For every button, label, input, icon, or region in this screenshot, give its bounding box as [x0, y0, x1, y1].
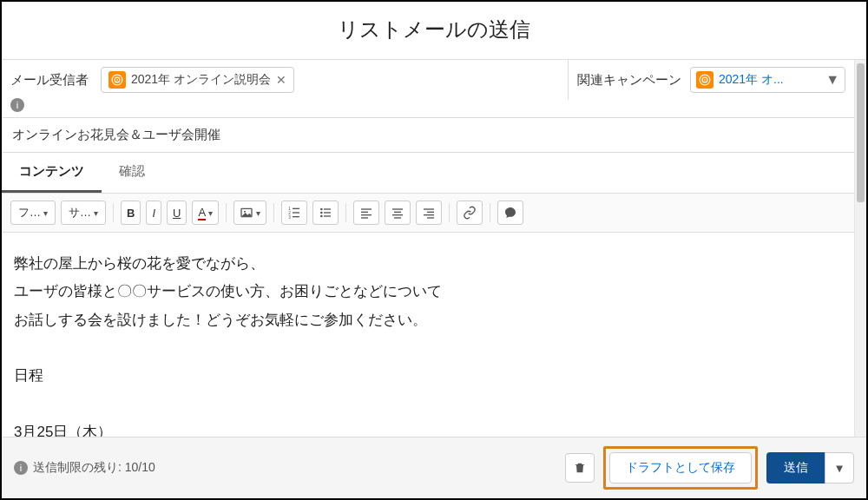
separator	[345, 203, 346, 222]
vertical-scrollbar[interactable]	[854, 60, 866, 437]
send-options-button[interactable]: ▼	[825, 452, 854, 484]
info-icon[interactable]: i	[10, 98, 24, 112]
editor-body[interactable]: 弊社の屋上から桜の花を愛でながら、 ユーザの皆様と〇〇サービスの使い方、お困りご…	[2, 233, 854, 437]
delete-button[interactable]	[565, 453, 595, 483]
body-line: 3月25日（木）	[14, 418, 842, 437]
svg-rect-11	[293, 212, 299, 213]
chevron-down-icon: ▼	[825, 72, 839, 88]
tabs: コンテンツ 確認	[2, 153, 854, 194]
campaign-label: 関連キャンペーン	[577, 72, 681, 89]
editor-toolbar: フ…▾ サ…▾ B I U A▾ ▾ 123	[2, 194, 854, 233]
svg-point-2	[116, 79, 118, 81]
svg-rect-19	[324, 215, 331, 216]
ordered-list-button[interactable]: 123	[281, 201, 307, 225]
info-icon[interactable]: i	[14, 461, 28, 475]
bold-button[interactable]: B	[121, 201, 141, 225]
remove-chip-icon[interactable]: ✕	[276, 73, 286, 87]
tab-content[interactable]: コンテンツ	[2, 153, 102, 193]
svg-rect-28	[424, 208, 434, 209]
separator	[113, 203, 114, 222]
svg-point-14	[320, 208, 323, 211]
svg-rect-23	[361, 217, 368, 218]
body-line	[14, 334, 842, 362]
svg-point-5	[704, 79, 706, 81]
svg-rect-29	[427, 212, 434, 213]
svg-point-16	[320, 212, 323, 214]
separator	[226, 203, 227, 222]
svg-rect-27	[394, 217, 401, 218]
svg-text:3: 3	[288, 215, 291, 220]
body-line: お話しする会を設けました！どうぞお気軽にご参加ください。	[14, 306, 842, 334]
separator	[449, 203, 450, 222]
body-line: 日程	[14, 362, 842, 390]
svg-rect-20	[361, 208, 372, 209]
align-center-button[interactable]	[385, 201, 411, 225]
svg-rect-9	[293, 208, 299, 209]
comment-button[interactable]	[497, 201, 523, 225]
svg-point-7	[244, 211, 246, 213]
footer: i 送信制限の残り: 10/10 ドラフトとして保存 送信 ▼	[2, 437, 866, 498]
underline-button[interactable]: U	[167, 201, 187, 225]
related-campaign-field: 関連キャンペーン 2021年 オ... ▼	[568, 60, 854, 100]
body-line	[14, 390, 842, 418]
send-button-group: 送信 ▼	[766, 452, 854, 484]
chevron-down-icon: ▼	[833, 462, 845, 475]
save-draft-button[interactable]: ドラフトとして保存	[609, 452, 752, 484]
recipients-row: メール受信者 2021年 オンライン説明会 ✕ i 関連キャンペーン	[2, 60, 854, 118]
image-button[interactable]: ▾	[233, 201, 266, 225]
page-title: リストメールの送信	[2, 2, 866, 60]
align-left-button[interactable]	[353, 201, 379, 225]
svg-rect-25	[394, 212, 401, 213]
link-button[interactable]	[457, 201, 483, 225]
svg-rect-15	[324, 208, 331, 209]
italic-button[interactable]: I	[146, 201, 161, 225]
align-right-button[interactable]	[416, 201, 442, 225]
svg-rect-21	[361, 212, 368, 213]
scroll-thumb[interactable]	[857, 63, 865, 202]
send-button[interactable]: 送信	[766, 452, 825, 484]
chip-text: 2021年 オンライン説明会	[131, 72, 271, 88]
recipients-label: メール受信者	[10, 72, 89, 89]
send-limit-text: 送信制限の残り: 10/10	[33, 460, 155, 476]
svg-rect-30	[424, 214, 434, 215]
campaign-icon	[696, 71, 713, 89]
compose-window: リストメールの送信 メール受信者 2021年 オンライン説明会 ✕	[0, 0, 868, 500]
font-size-button[interactable]: サ…▾	[61, 201, 106, 225]
body-line: 弊社の屋上から桜の花を愛でながら、	[14, 250, 842, 278]
svg-rect-17	[324, 212, 331, 213]
subject-field[interactable]: オンラインお花見会＆ユーザ会開催	[2, 118, 854, 153]
body-line: ユーザの皆様と〇〇サービスの使い方、お困りごとなどについて	[14, 278, 842, 306]
campaign-icon	[108, 71, 126, 89]
main-column: メール受信者 2021年 オンライン説明会 ✕ i 関連キャンペーン	[2, 60, 854, 437]
svg-rect-26	[392, 214, 403, 215]
body-row: メール受信者 2021年 オンライン説明会 ✕ i 関連キャンペーン	[2, 60, 866, 437]
campaign-select[interactable]: 2021年 オ... ▼	[690, 67, 845, 93]
campaign-selected-text: 2021年 オ...	[719, 72, 820, 88]
svg-rect-31	[427, 217, 434, 218]
font-family-button[interactable]: フ…▾	[10, 201, 56, 225]
svg-point-18	[320, 215, 323, 218]
recipients-field[interactable]: メール受信者 2021年 オンライン説明会 ✕ i	[2, 60, 568, 117]
recipient-chip[interactable]: 2021年 オンライン説明会 ✕	[101, 67, 294, 93]
highlight-annotation: ドラフトとして保存	[603, 446, 758, 490]
svg-rect-24	[392, 208, 403, 209]
svg-rect-13	[293, 216, 299, 217]
subject-text: オンラインお花見会＆ユーザ会開催	[12, 127, 220, 141]
separator	[490, 203, 490, 222]
unordered-list-button[interactable]	[312, 201, 339, 225]
tab-confirm[interactable]: 確認	[102, 153, 162, 193]
text-color-button[interactable]: A▾	[192, 201, 219, 225]
svg-rect-22	[361, 214, 372, 215]
separator	[273, 203, 274, 222]
trash-icon	[573, 461, 587, 475]
